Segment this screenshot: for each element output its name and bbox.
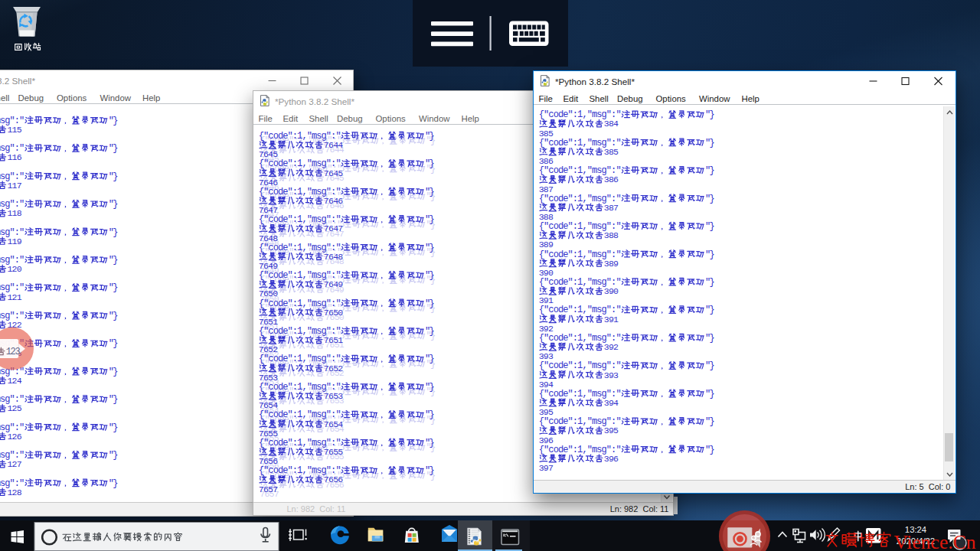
svg-text:7653: 7653	[323, 391, 342, 401]
svg-text:7657: 7657	[258, 484, 277, 494]
svg-text:394: 394	[538, 379, 553, 389]
svg-text:384: 384	[603, 119, 618, 129]
svg-text:7650: 7650	[323, 307, 342, 317]
svg-text:7650: 7650	[258, 289, 277, 298]
svg-text:116: 116	[8, 152, 22, 162]
svg-text:7653: 7653	[258, 372, 277, 382]
svg-text:119: 119	[8, 236, 22, 246]
svg-text:7654: 7654	[258, 400, 277, 410]
svg-text:7645: 7645	[323, 168, 342, 178]
svg-text:386: 386	[603, 174, 618, 184]
svg-text:118: 118	[8, 208, 22, 218]
svg-text:7647: 7647	[258, 205, 277, 215]
svg-text:7651: 7651	[323, 335, 342, 345]
svg-text:7654: 7654	[323, 419, 342, 429]
svg-text:7644: 7644	[323, 140, 342, 150]
svg-text:397: 397	[538, 463, 553, 473]
svg-text:389: 389	[538, 240, 553, 249]
svg-text:123: 123	[6, 347, 21, 357]
svg-text:393: 393	[603, 370, 618, 380]
svg-text:7649: 7649	[258, 261, 277, 271]
svg-text:7646: 7646	[323, 195, 342, 205]
svg-text:124: 124	[8, 376, 22, 386]
svg-text:391: 391	[538, 295, 553, 305]
svg-text:385: 385	[538, 128, 553, 138]
svg-text:7647: 7647	[323, 223, 342, 233]
svg-text:7646: 7646	[258, 177, 277, 187]
svg-text:126: 126	[8, 431, 22, 441]
svg-text:7648: 7648	[258, 233, 277, 243]
svg-text:392: 392	[538, 323, 553, 333]
svg-text:388: 388	[603, 230, 618, 240]
svg-text:7649: 7649	[323, 279, 342, 289]
svg-text:115: 115	[8, 124, 22, 134]
svg-text:117: 117	[8, 180, 22, 190]
svg-text:395: 395	[538, 407, 553, 417]
svg-text:387: 387	[603, 202, 618, 212]
svg-text:390: 390	[538, 267, 553, 277]
svg-text:391: 391	[603, 314, 618, 324]
svg-text:7656: 7656	[258, 456, 277, 466]
svg-text:7652: 7652	[323, 363, 342, 373]
svg-text:396: 396	[538, 435, 553, 445]
svg-text:120: 120	[8, 264, 22, 274]
svg-text:7648: 7648	[323, 251, 342, 261]
svg-text:127: 127	[8, 459, 22, 469]
svg-text:395: 395	[603, 425, 618, 435]
svg-text:125: 125	[8, 403, 22, 413]
svg-text:7651: 7651	[258, 316, 277, 326]
svg-text:7656: 7656	[323, 474, 342, 484]
svg-text:392: 392	[603, 342, 618, 352]
svg-text:385: 385	[603, 146, 618, 156]
svg-text:7655: 7655	[323, 447, 342, 457]
svg-text:393: 393	[538, 351, 553, 361]
svg-text:Vience.Cn: Vience.Cn	[893, 531, 975, 551]
svg-text:128: 128	[8, 487, 22, 497]
svg-text:394: 394	[603, 397, 618, 407]
svg-text:389: 389	[603, 258, 618, 268]
svg-text:7655: 7655	[258, 428, 277, 438]
svg-text:388: 388	[538, 211, 553, 221]
svg-text:7652: 7652	[258, 344, 277, 354]
svg-text:121: 121	[8, 292, 22, 302]
svg-text:396: 396	[603, 453, 618, 463]
svg-text:386: 386	[538, 156, 553, 166]
svg-text:7645: 7645	[258, 149, 277, 159]
svg-text:387: 387	[538, 184, 553, 194]
svg-text:390: 390	[603, 286, 618, 296]
